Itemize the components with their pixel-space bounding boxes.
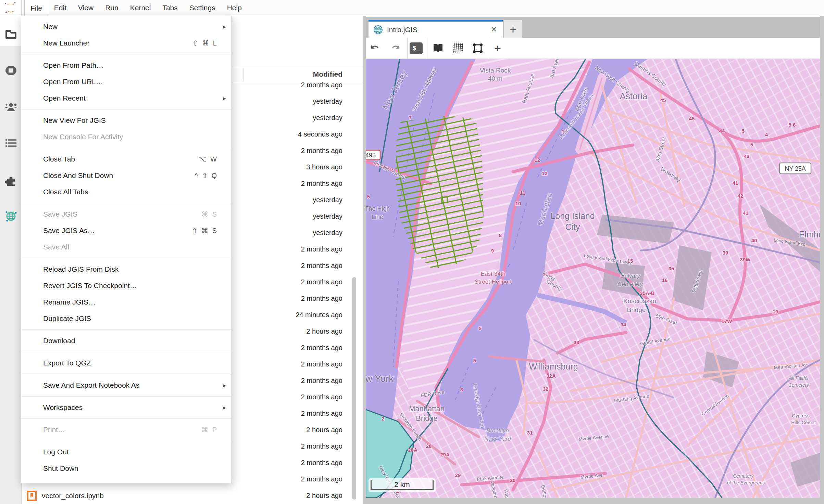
menu-item-close-all-tabs[interactable]: Close All Tabs: [21, 184, 232, 200]
menubar-item-kernel[interactable]: Kernel: [124, 0, 157, 16]
svg-text:495: 495: [366, 152, 376, 159]
menu-item-label: Save JGIS: [43, 210, 201, 218]
menu-separator: [21, 441, 232, 441]
terrain-button[interactable]: [451, 42, 464, 55]
file-modified-time: 2 months ago: [301, 180, 342, 188]
menu-item-log-out[interactable]: Log Out: [21, 444, 232, 460]
map-route-number: 34: [621, 322, 626, 327]
toolbar-separator: [407, 38, 408, 59]
identify-button[interactable]: [432, 42, 445, 55]
menu-item-save-and-export-notebook-as[interactable]: Save And Export Notebook As▸: [21, 377, 232, 393]
menu-item-label: Open From Path…: [43, 61, 226, 69]
table-of-contents-icon[interactable]: [0, 137, 22, 150]
menu-item-shut-down[interactable]: Shut Down: [21, 460, 232, 477]
map-route-number: 41: [733, 180, 738, 186]
window-right-edge: [820, 16, 824, 504]
menu-item-reload-jgis-from-disk[interactable]: Reload JGIS From Disk: [21, 261, 232, 277]
menubar: FileEditViewRunKernelTabsSettingsHelp: [0, 0, 824, 16]
menu-item-label: Save All: [43, 243, 226, 251]
menubar-item-file[interactable]: File: [24, 0, 48, 16]
file-browser-icon[interactable]: [0, 28, 22, 41]
tab-title: Intro.jGIS: [387, 26, 490, 34]
menu-item-print[interactable]: Print…⌘ P: [21, 422, 232, 438]
menu-item-open-from-url[interactable]: Open From URL…: [21, 74, 232, 90]
grid-icon: [452, 43, 463, 54]
submenu-arrow-icon: ▸: [221, 404, 226, 411]
add-layer-button[interactable]: +: [491, 42, 504, 55]
menu-item-open-recent[interactable]: Open Recent▸: [21, 90, 232, 106]
submenu-arrow-icon: ▸: [221, 95, 226, 102]
menu-item-workspaces[interactable]: Workspaces▸: [21, 399, 232, 416]
running-kernels-icon[interactable]: [0, 64, 22, 77]
map-route-number: 42: [738, 193, 744, 199]
menu-separator: [21, 148, 232, 148]
menu-item-label: Close Tab: [43, 155, 199, 163]
jupyter-logo[interactable]: [0, 0, 22, 16]
console-icon: $_: [410, 42, 423, 54]
file-modified-time: 2 months ago: [301, 147, 342, 155]
menu-separator: [21, 418, 232, 419]
map-route-number: 19: [773, 309, 778, 314]
select-button[interactable]: [471, 42, 484, 55]
tab-close-icon[interactable]: ×: [490, 25, 498, 34]
menu-item-save-jgis[interactable]: Save JGIS⌘ S: [21, 206, 232, 222]
menu-item-new-console-for-activity[interactable]: New Console For Activity: [21, 129, 232, 145]
map-label: Long Island: [550, 211, 595, 221]
map-canvas[interactable]: 495NY 25A New JerseyWest Side HighwayVis…: [366, 59, 820, 498]
menubar-item-edit[interactable]: Edit: [48, 0, 72, 16]
dock-tab-bar: Intro.jGIS × +: [366, 17, 820, 38]
map-route-number: 32: [543, 386, 549, 392]
redo-button[interactable]: [389, 42, 402, 55]
menu-item-export-to-qgz[interactable]: Export To QGZ: [21, 355, 232, 371]
jupytergis-icon[interactable]: [0, 209, 22, 223]
book-icon: [433, 43, 444, 53]
menu-item-rename-jgis[interactable]: Rename JGIS…: [21, 294, 232, 310]
collaboration-icon[interactable]: [0, 100, 22, 114]
menu-item-close-and-shut-down[interactable]: Close And Shut Down^ ⇧ Q: [21, 167, 232, 184]
undo-button[interactable]: [369, 42, 382, 55]
menu-item-new-view-for-jgis[interactable]: New View For JGIS: [21, 112, 232, 129]
menu-item-save-all[interactable]: Save All: [21, 239, 232, 255]
submenu-arrow-icon: ▸: [221, 382, 226, 389]
list-icon: [5, 139, 17, 148]
menu-item-close-tab[interactable]: Close Tab⌥ W: [21, 151, 232, 167]
folder-icon: [5, 30, 17, 39]
file-modified-time: 2 months ago: [301, 81, 342, 89]
menubar-item-view[interactable]: View: [72, 0, 99, 16]
menu-item-shortcut: ⌘ S: [201, 210, 218, 218]
jupyter-logo-icon: [4, 1, 17, 15]
menubar-item-settings[interactable]: Settings: [184, 0, 221, 16]
map-bottom-edge: [363, 498, 824, 504]
menu-item-label: Workspaces: [43, 403, 221, 412]
file-row[interactable]: vector_colors.ipynb2 hours ago: [22, 488, 363, 504]
menubar-item-tabs[interactable]: Tabs: [157, 0, 183, 16]
tab-intro-jgis[interactable]: Intro.jGIS ×: [369, 20, 503, 38]
menubar-item-help[interactable]: Help: [221, 0, 248, 16]
menu-item-new[interactable]: New▸: [21, 18, 232, 35]
new-tab-button[interactable]: +: [504, 20, 522, 39]
map-route-number: 3: [460, 387, 463, 392]
map-route-number: 39: [723, 250, 728, 256]
menu-item-new-launcher[interactable]: New Launcher⇧ ⌘ L: [21, 35, 232, 51]
menu-item-download[interactable]: Download: [21, 333, 232, 349]
map-label: Williamsburg: [529, 362, 578, 371]
menu-item-label: Reload JGIS From Disk: [43, 265, 226, 273]
menu-item-label: Duplicate JGIS: [43, 314, 226, 323]
file-name: vector_colors.ipynb: [42, 492, 104, 500]
map-route-number: 33: [574, 339, 579, 345]
file-list-scrollbar[interactable]: [352, 277, 356, 500]
panel-divider[interactable]: [363, 16, 366, 504]
console-button[interactable]: $_: [410, 42, 423, 55]
users-icon: [4, 102, 17, 112]
menu-item-label: Save And Export Notebook As: [43, 381, 221, 389]
menu-item-open-from-path[interactable]: Open From Path…: [21, 57, 232, 74]
menubar-item-run[interactable]: Run: [99, 0, 124, 16]
extensions-icon[interactable]: [0, 174, 22, 188]
menu-item-revert-jgis-to-checkpoint[interactable]: Revert JGIS To Checkpoint…: [21, 277, 232, 294]
map-route-number: 28: [426, 443, 432, 449]
map-route-number: 45: [689, 116, 695, 121]
map-label: 40 m: [488, 75, 502, 82]
menu-item-save-jgis-as[interactable]: Save JGIS As…⇧ ⌘ S: [21, 222, 232, 239]
menu-item-duplicate-jgis[interactable]: Duplicate JGIS: [21, 310, 232, 327]
left-sidebar: [0, 16, 22, 504]
